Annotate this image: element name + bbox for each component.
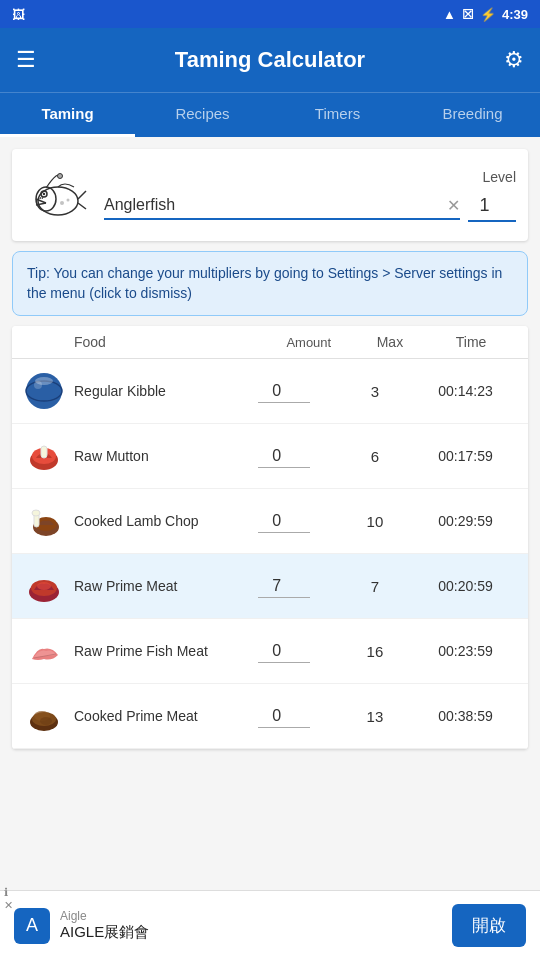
svg-point-30 <box>40 717 52 725</box>
cooked-prime-meat-amount-input[interactable] <box>258 705 310 728</box>
food-table-header: Food Amount Max Time <box>12 326 528 359</box>
raw-prime-meat-icon <box>22 564 66 608</box>
cooked-prime-meat-time: 00:38:59 <box>413 708 518 724</box>
food-row-raw-mutton: Raw Mutton 6 00:17:59 <box>12 424 528 489</box>
clock: 4:39 <box>502 7 528 22</box>
search-right: Level ✕ <box>104 169 516 222</box>
regular-kibble-amount-col <box>232 380 337 403</box>
ad-banner: ℹ ✕ A Aigle AIGLE展銷會 開啟 <box>0 890 540 960</box>
menu-icon[interactable]: ☰ <box>16 47 36 73</box>
raw-prime-fish-meat-name: Raw Prime Fish Meat <box>74 642 208 660</box>
search-row: ✕ <box>104 191 516 222</box>
ad-info: Aigle AIGLE展銷會 <box>60 909 149 942</box>
regular-kibble-icon <box>22 369 66 413</box>
raw-prime-meat-time: 00:20:59 <box>413 578 518 594</box>
tab-recipes[interactable]: Recipes <box>135 93 270 137</box>
status-bar-left: 🖼 <box>12 7 25 22</box>
svg-point-8 <box>43 193 45 195</box>
raw-prime-meat-amount-col <box>232 575 337 598</box>
battery-icon: ⚡ <box>480 7 496 22</box>
level-input[interactable] <box>468 191 516 222</box>
raw-prime-meat-amount-input[interactable] <box>258 575 310 598</box>
tab-breeding[interactable]: Breeding <box>405 93 540 137</box>
raw-prime-fish-meat-max: 16 <box>337 643 413 660</box>
cooked-lamb-chop-name: Cooked Lamb Chop <box>74 512 199 530</box>
raw-prime-meat-max: 7 <box>337 578 413 595</box>
creature-image <box>24 161 92 229</box>
col-header-max: Max <box>356 334 424 350</box>
raw-prime-fish-meat-amount-col <box>232 640 337 663</box>
raw-mutton-amount-input[interactable] <box>258 445 310 468</box>
cooked-lamb-chop-time: 00:29:59 <box>413 513 518 529</box>
col-header-amount: Amount <box>262 335 356 350</box>
svg-point-10 <box>60 201 64 205</box>
food-row-raw-prime-meat: Raw Prime Meat 7 00:20:59 <box>12 554 528 619</box>
col-header-food: Food <box>22 334 262 350</box>
search-input-wrap: ✕ <box>104 192 460 220</box>
creature-search-input[interactable] <box>104 192 447 218</box>
raw-mutton-max: 6 <box>337 448 413 465</box>
ad-open-button[interactable]: 開啟 <box>452 904 526 947</box>
cooked-prime-meat-icon <box>22 694 66 738</box>
signal-off-icon: ☒ <box>462 7 474 22</box>
cooked-prime-meat-name: Cooked Prime Meat <box>74 707 198 725</box>
food-row-cooked-prime-meat: Cooked Prime Meat 13 00:38:59 <box>12 684 528 749</box>
food-table: Food Amount Max Time Regular Kib <box>12 326 528 749</box>
raw-mutton-name: Raw Mutton <box>74 447 149 465</box>
svg-point-9 <box>58 174 63 179</box>
status-bar-right: ▲ ☒ ⚡ 4:39 <box>443 7 528 22</box>
svg-point-22 <box>32 510 40 516</box>
ad-close: ℹ ✕ <box>4 886 13 912</box>
cooked-lamb-chop-amount-col <box>232 510 337 533</box>
main-content: Level ✕ Tip: You can change your multipl… <box>0 137 540 761</box>
tab-taming[interactable]: Taming <box>0 93 135 137</box>
raw-mutton-amount-col <box>232 445 337 468</box>
food-row-regular-kibble: Regular Kibble 3 00:14:23 <box>12 359 528 424</box>
svg-point-11 <box>67 199 70 202</box>
ad-brand-icon: A <box>14 908 50 944</box>
settings-icon[interactable]: ⚙ <box>504 47 524 73</box>
search-card: Level ✕ <box>12 149 528 241</box>
cooked-lamb-chop-icon <box>22 499 66 543</box>
nav-tabs: Taming Recipes Timers Breeding <box>0 92 540 137</box>
regular-kibble-max: 3 <box>337 383 413 400</box>
level-label: Level <box>104 169 516 185</box>
raw-prime-fish-meat-amount-input[interactable] <box>258 640 310 663</box>
cooked-prime-meat-amount-col <box>232 705 337 728</box>
anglerfish-icon <box>24 161 92 229</box>
regular-kibble-amount-input[interactable] <box>258 380 310 403</box>
ad-brand-label: Aigle <box>60 909 149 923</box>
tip-text: Tip: You can change your multipliers by … <box>27 265 502 301</box>
raw-prime-fish-meat-icon <box>22 629 66 673</box>
raw-prime-fish-meat-time: 00:23:59 <box>413 643 518 659</box>
regular-kibble-time: 00:14:23 <box>413 383 518 399</box>
header: ☰ Taming Calculator ⚙ <box>0 28 540 92</box>
app-title: Taming Calculator <box>175 47 365 73</box>
wifi-icon: ▲ <box>443 7 456 22</box>
food-row-raw-prime-fish-meat: Raw Prime Fish Meat 16 00:23:59 <box>12 619 528 684</box>
raw-prime-meat-name: Raw Prime Meat <box>74 577 177 595</box>
col-header-time: Time <box>424 334 518 350</box>
tab-timers[interactable]: Timers <box>270 93 405 137</box>
svg-line-5 <box>40 197 41 199</box>
cooked-lamb-chop-max: 10 <box>337 513 413 530</box>
svg-rect-18 <box>41 446 47 458</box>
raw-mutton-icon <box>22 434 66 478</box>
tip-box[interactable]: Tip: You can change your multipliers by … <box>12 251 528 316</box>
raw-mutton-time: 00:17:59 <box>413 448 518 464</box>
svg-point-25 <box>37 582 51 590</box>
svg-point-15 <box>34 381 42 389</box>
cooked-lamb-chop-amount-input[interactable] <box>258 510 310 533</box>
gallery-icon: 🖼 <box>12 7 25 22</box>
status-bar: 🖼 ▲ ☒ ⚡ 4:39 <box>0 0 540 28</box>
cooked-prime-meat-max: 13 <box>337 708 413 725</box>
regular-kibble-name: Regular Kibble <box>74 382 166 400</box>
food-row-cooked-lamb-chop: Cooked Lamb Chop 10 00:29:59 <box>12 489 528 554</box>
ad-info-icon: ℹ <box>4 886 8 898</box>
ad-title: AIGLE展銷會 <box>60 923 149 942</box>
clear-icon[interactable]: ✕ <box>447 196 460 215</box>
